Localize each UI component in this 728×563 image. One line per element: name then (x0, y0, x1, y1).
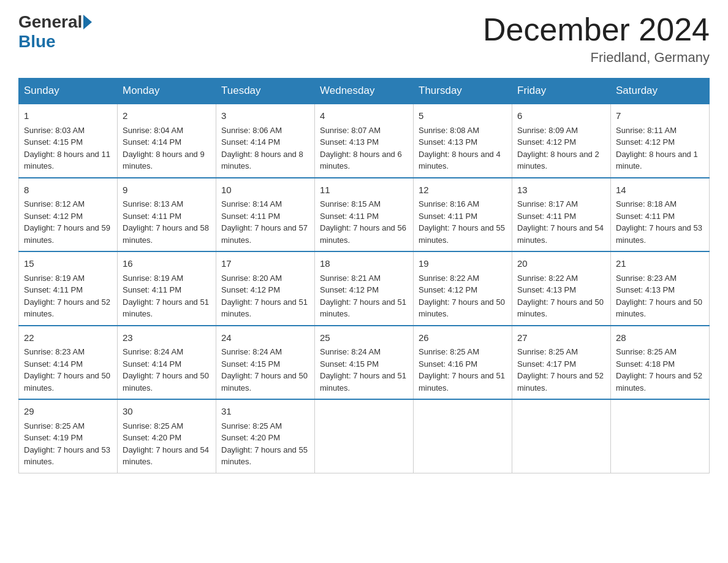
day-number: 18 (320, 257, 408, 271)
calendar-cell: 5Sunrise: 8:08 AMSunset: 4:13 PMDaylight… (414, 104, 512, 178)
day-number: 19 (419, 257, 507, 271)
calendar-cell: 31Sunrise: 8:25 AMSunset: 4:20 PMDayligh… (216, 399, 315, 473)
calendar-cell: 23Sunrise: 8:24 AMSunset: 4:14 PMDayligh… (118, 326, 216, 400)
calendar-cell: 8Sunrise: 8:12 AMSunset: 4:12 PMDaylight… (19, 178, 118, 252)
weekday-header-sunday: Sunday (19, 79, 118, 104)
day-number: 28 (616, 331, 704, 345)
day-number: 22 (24, 331, 112, 345)
day-number: 29 (24, 405, 112, 419)
weekday-header-saturday: Saturday (611, 79, 710, 104)
day-number: 10 (221, 183, 309, 197)
day-number: 5 (419, 109, 507, 123)
calendar-cell: 11Sunrise: 8:15 AMSunset: 4:11 PMDayligh… (315, 178, 414, 252)
day-number: 6 (517, 109, 605, 123)
calendar-cell (512, 399, 611, 473)
day-number: 4 (320, 109, 408, 123)
day-number: 11 (320, 183, 408, 197)
weekday-header-friday: Friday (512, 79, 611, 104)
day-number: 26 (419, 331, 507, 345)
calendar-cell: 29Sunrise: 8:25 AMSunset: 4:19 PMDayligh… (19, 399, 118, 473)
day-number: 23 (123, 331, 211, 345)
calendar-cell (315, 399, 414, 473)
calendar-cell: 9Sunrise: 8:13 AMSunset: 4:11 PMDaylight… (118, 178, 216, 252)
calendar-cell: 13Sunrise: 8:17 AMSunset: 4:11 PMDayligh… (512, 178, 611, 252)
day-number: 7 (616, 109, 704, 123)
day-number: 25 (320, 331, 408, 345)
calendar-week-row: 15Sunrise: 8:19 AMSunset: 4:11 PMDayligh… (19, 251, 710, 326)
day-number: 20 (517, 257, 605, 271)
day-number: 17 (221, 257, 309, 271)
day-number: 8 (24, 183, 112, 197)
calendar-cell: 24Sunrise: 8:24 AMSunset: 4:15 PMDayligh… (216, 326, 315, 400)
calendar-cell: 1Sunrise: 8:03 AMSunset: 4:15 PMDaylight… (19, 104, 118, 178)
calendar-cell: 18Sunrise: 8:21 AMSunset: 4:12 PMDayligh… (315, 251, 414, 326)
day-number: 27 (517, 331, 605, 345)
calendar-cell: 12Sunrise: 8:16 AMSunset: 4:11 PMDayligh… (414, 178, 512, 252)
calendar-cell: 27Sunrise: 8:25 AMSunset: 4:17 PMDayligh… (512, 326, 611, 400)
weekday-header-wednesday: Wednesday (315, 79, 414, 104)
weekday-header-tuesday: Tuesday (216, 79, 315, 104)
day-number: 31 (221, 405, 309, 419)
weekday-header-thursday: Thursday (414, 79, 512, 104)
weekday-header-monday: Monday (118, 79, 216, 104)
calendar-cell: 30Sunrise: 8:25 AMSunset: 4:20 PMDayligh… (118, 399, 216, 473)
title-section: December 2024 Friedland, Germany (483, 12, 710, 66)
calendar-week-row: 22Sunrise: 8:23 AMSunset: 4:14 PMDayligh… (19, 326, 710, 400)
calendar-cell: 10Sunrise: 8:14 AMSunset: 4:11 PMDayligh… (216, 178, 315, 252)
calendar-table: SundayMondayTuesdayWednesdayThursdayFrid… (18, 78, 710, 473)
calendar-cell (414, 399, 512, 473)
calendar-cell: 2Sunrise: 8:04 AMSunset: 4:14 PMDaylight… (118, 104, 216, 178)
day-number: 30 (123, 405, 211, 419)
weekday-header-row: SundayMondayTuesdayWednesdayThursdayFrid… (19, 79, 710, 104)
logo-arrow-icon (83, 15, 92, 29)
page-header: General Blue December 2024 Friedland, Ge… (18, 12, 710, 66)
calendar-cell: 26Sunrise: 8:25 AMSunset: 4:16 PMDayligh… (414, 326, 512, 400)
logo: General Blue (18, 12, 93, 52)
day-number: 15 (24, 257, 112, 271)
calendar-cell: 7Sunrise: 8:11 AMSunset: 4:12 PMDaylight… (611, 104, 710, 178)
calendar-cell: 6Sunrise: 8:09 AMSunset: 4:12 PMDaylight… (512, 104, 611, 178)
day-number: 3 (221, 109, 309, 123)
day-number: 12 (419, 183, 507, 197)
calendar-week-row: 29Sunrise: 8:25 AMSunset: 4:19 PMDayligh… (19, 399, 710, 473)
day-number: 9 (123, 183, 211, 197)
day-number: 1 (24, 109, 112, 123)
day-number: 16 (123, 257, 211, 271)
logo-blue-text: Blue (18, 32, 56, 52)
calendar-cell: 16Sunrise: 8:19 AMSunset: 4:11 PMDayligh… (118, 251, 216, 326)
calendar-cell: 15Sunrise: 8:19 AMSunset: 4:11 PMDayligh… (19, 251, 118, 326)
calendar-week-row: 1Sunrise: 8:03 AMSunset: 4:15 PMDaylight… (19, 104, 710, 178)
day-number: 13 (517, 183, 605, 197)
calendar-cell: 3Sunrise: 8:06 AMSunset: 4:14 PMDaylight… (216, 104, 315, 178)
calendar-cell: 22Sunrise: 8:23 AMSunset: 4:14 PMDayligh… (19, 326, 118, 400)
calendar-cell: 28Sunrise: 8:25 AMSunset: 4:18 PMDayligh… (611, 326, 710, 400)
calendar-cell: 17Sunrise: 8:20 AMSunset: 4:12 PMDayligh… (216, 251, 315, 326)
day-number: 24 (221, 331, 309, 345)
calendar-cell: 21Sunrise: 8:23 AMSunset: 4:13 PMDayligh… (611, 251, 710, 326)
logo-general-text: General (18, 12, 82, 32)
calendar-cell (611, 399, 710, 473)
calendar-week-row: 8Sunrise: 8:12 AMSunset: 4:12 PMDaylight… (19, 178, 710, 252)
calendar-cell: 19Sunrise: 8:22 AMSunset: 4:12 PMDayligh… (414, 251, 512, 326)
day-number: 14 (616, 183, 704, 197)
calendar-cell: 14Sunrise: 8:18 AMSunset: 4:11 PMDayligh… (611, 178, 710, 252)
day-number: 2 (123, 109, 211, 123)
location: Friedland, Germany (483, 50, 710, 66)
month-title: December 2024 (483, 12, 710, 47)
day-number: 21 (616, 257, 704, 271)
calendar-cell: 20Sunrise: 8:22 AMSunset: 4:13 PMDayligh… (512, 251, 611, 326)
calendar-cell: 4Sunrise: 8:07 AMSunset: 4:13 PMDaylight… (315, 104, 414, 178)
calendar-cell: 25Sunrise: 8:24 AMSunset: 4:15 PMDayligh… (315, 326, 414, 400)
